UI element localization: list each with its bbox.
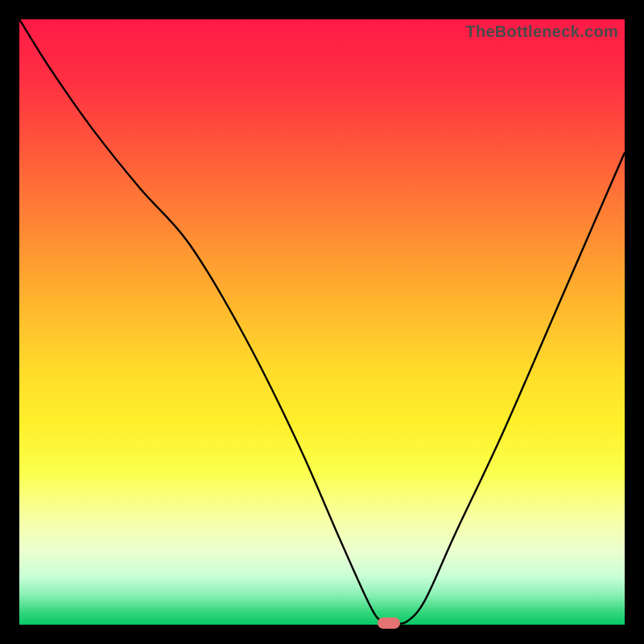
watermark-text: TheBottleneck.com	[465, 23, 618, 41]
chart-frame: TheBottleneck.com	[0, 0, 644, 644]
plot-area: TheBottleneck.com	[19, 19, 625, 625]
bottleneck-curve	[19, 19, 625, 625]
optimal-marker	[378, 617, 400, 629]
